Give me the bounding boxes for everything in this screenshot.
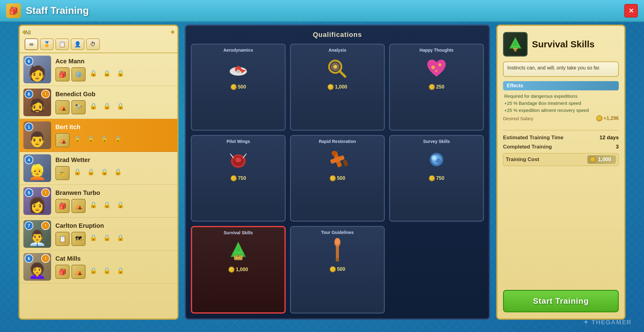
staff-item[interactable]: 6 ! 🧔 Benedict Gob ⛺ 🔭 🔒 🔒 🔒 (20, 86, 177, 119)
salary-label: Desired Salary (503, 116, 533, 121)
filter-tab-clock[interactable]: ⏱ (86, 38, 100, 50)
skill-lock: 🔒 (87, 67, 99, 79)
qual-name: Rapid Restoration (319, 139, 356, 144)
qual-card-tour-guidelines[interactable]: Tour Guidelines 500 (290, 226, 385, 314)
filter-tabs: ∞ 🏅 📋 👤 ⏱ (25, 38, 172, 50)
coin-icon-salary (596, 115, 602, 121)
staff-info: Benedict Gob ⛺ 🔭 🔒 🔒 🔒 (55, 91, 174, 114)
notification-badge: ! (41, 188, 50, 197)
watermark: ✦ THEGAMER (583, 318, 632, 326)
qual-name: Aerodynamics (223, 48, 253, 53)
svg-rect-37 (513, 48, 517, 49)
coin-icon (328, 84, 334, 90)
skill-icon: ⚙️ (71, 67, 86, 81)
effects-section: Effects Required for dangerous expeditio… (503, 81, 619, 121)
coin-icon (231, 175, 237, 181)
filter-tab-person[interactable]: 👤 (71, 38, 84, 50)
start-training-button[interactable]: Start Training (503, 290, 619, 312)
skill-lock: 🔒 (115, 100, 126, 112)
skill-icon: ⛺ (55, 100, 70, 114)
staff-name: Carlton Eruption (55, 222, 174, 229)
staff-info: Branwen Turbo 🎒 ⛺ 🔒 🔒 🔒 (55, 189, 174, 213)
staff-skills: 🎒 ⚙️ 🔒 🔒 🔒 (55, 67, 174, 81)
qual-card-analysis[interactable]: Analysis 1,000 (290, 44, 385, 131)
qual-cost-value: 750 (436, 176, 445, 181)
salary-amount: +1,296 (604, 116, 619, 121)
skill-lock: 🔒 (115, 232, 126, 243)
filter-tab-map[interactable]: 📋 (55, 38, 69, 50)
skill-lock: 🔒 (87, 199, 99, 211)
qual-card-happy-thoughts[interactable]: Happy Thoughts 250 (389, 44, 484, 131)
skill-lock: 🔒 (112, 166, 124, 178)
staff-item[interactable]: 6 🧑 Ace Mann 🎒 ⚙️ 🔒 🔒 🔒 (20, 53, 177, 86)
skill-icon: ⛺ (71, 265, 86, 279)
skill-icon: ⛺ (55, 133, 70, 147)
skill-lock: 🔒 (115, 265, 126, 276)
staff-name: Benedict Gob (55, 91, 174, 98)
qual-card-aerodynamics[interactable]: Aerodynamics 500 (191, 44, 286, 131)
staff-item[interactable]: 4 👱 Brad Wetter 🚁 🔒 🔒 🔒 🔒 (20, 152, 177, 185)
skill-lock: 🔒 (101, 100, 113, 112)
stat-label-time: Estimated Training Time (503, 135, 563, 141)
skill-icon: 🗺 (71, 232, 86, 246)
qual-card-pilot-wings[interactable]: Pilot Wings 750 (191, 135, 286, 222)
skill-icon: 🎒 (55, 265, 70, 279)
close-button[interactable]: ✕ (624, 4, 638, 18)
skill-lock: 🔒 (71, 166, 83, 178)
stat-value-completed: 3 (616, 144, 619, 150)
filter-label: All (25, 30, 172, 36)
skill-lock: 🔒 (101, 265, 113, 276)
salary-value: +1,296 (596, 115, 619, 121)
title-bar-icon: 🎒 (6, 3, 21, 18)
qual-card-rapid-restoration[interactable]: Rapid Restoration 500 (290, 135, 385, 222)
skill-lock: 🔒 (71, 133, 83, 145)
level-badge: 1 (25, 123, 33, 131)
skill-icon: ⛺ (71, 199, 86, 213)
detail-title: Survival Skills (532, 39, 594, 50)
staff-item[interactable]: 6 ! 👩‍🦱 Cat Mills 🎒 ⛺ 🔒 🔒 🔒 (20, 251, 177, 283)
qual-cost-value: 1,000 (335, 84, 347, 90)
staff-item[interactable]: 7 ! 👨‍💼 Carlton Eruption 📋 🗺 🔒 🔒 🔒 (20, 218, 177, 251)
notification-badge: ! (41, 90, 50, 98)
skill-icon: 🎒 (55, 199, 70, 213)
cost-amount: 1,000 (598, 156, 611, 163)
staff-item[interactable]: 5 ! 👩 Branwen Turbo 🎒 ⛺ 🔒 🔒 🔒 (20, 185, 177, 218)
staff-name: Bert Itch (55, 124, 174, 131)
stat-value-time: 12 days (600, 135, 619, 141)
staff-skills: 🎒 ⛺ 🔒 🔒 🔒 (55, 199, 174, 213)
qual-card-survival-skills[interactable]: Survival Skills 1,000 (191, 226, 286, 314)
level-badge: 6 (25, 254, 33, 263)
svg-point-30 (335, 238, 340, 244)
divider (503, 130, 619, 130)
skill-lock: 🔒 (87, 232, 99, 243)
svg-rect-15 (343, 160, 348, 167)
filter-tab-medal[interactable]: 🏅 (40, 38, 54, 50)
effect-item-1: Required for dangerous expeditions (503, 93, 619, 99)
skill-lock: 🔒 (112, 133, 124, 145)
skill-icon: 🎒 (55, 67, 70, 81)
avatar: 1 👨 (23, 121, 51, 149)
coin-icon (330, 175, 336, 181)
detail-skill-icon (503, 32, 528, 57)
qual-image (324, 146, 351, 173)
qual-image (224, 237, 252, 265)
qual-cost: 750 (231, 175, 246, 181)
skill-lock: 🔒 (85, 133, 97, 145)
stats-section: Estimated Training Time 12 days Complete… (503, 135, 619, 166)
stat-label-cost: Training Cost (506, 156, 539, 163)
qual-cost: 500 (330, 266, 345, 272)
svg-point-7 (438, 63, 441, 66)
skill-lock: 🔒 (101, 232, 113, 243)
staff-info: Ace Mann 🎒 ⚙️ 🔒 🔒 🔒 (55, 58, 174, 81)
staff-item-selected[interactable]: 1 👨 Bert Itch ⛺ 🔒 🔒 🔒 🔒 (20, 119, 177, 152)
qual-card-survey-skills[interactable]: Survey Skills 750 (389, 135, 484, 222)
notification-badge: ! (41, 254, 50, 263)
level-badge: 4 (25, 156, 33, 164)
svg-point-8 (435, 70, 437, 72)
staff-skills: ⛺ 🔒 🔒 🔒 🔒 (55, 133, 174, 147)
filter-tab-all[interactable]: ∞ (25, 38, 38, 50)
qualifications-grid: Aerodynamics 500 Analysis (191, 44, 484, 314)
skill-lock: 🔒 (85, 166, 97, 178)
svg-line-4 (340, 71, 345, 77)
level-badge: 7 (25, 221, 33, 230)
